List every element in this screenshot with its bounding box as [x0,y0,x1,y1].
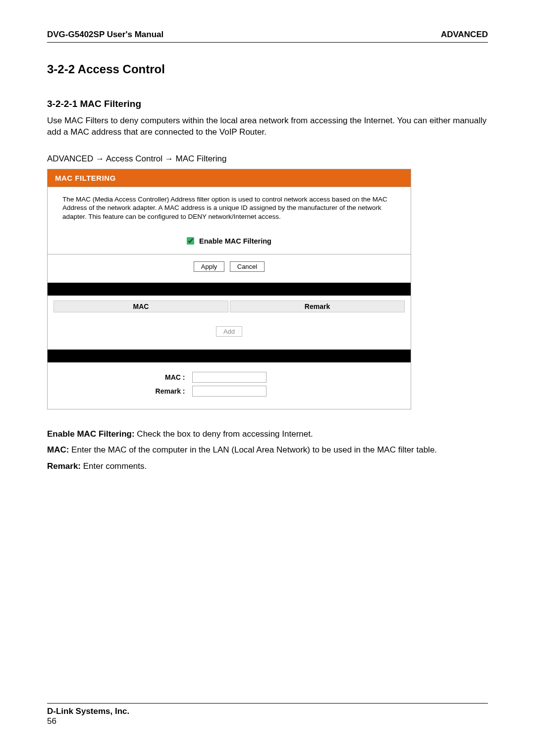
header-divider [47,42,488,43]
enable-mac-filtering-text: Enable MAC Filtering [199,237,271,245]
def-remark-term: Remark: [47,461,81,471]
breadcrumb: ADVANCED → Access Control → MAC Filterin… [47,154,488,164]
add-row: Add [48,317,411,350]
panel-title: MAC FILTERING [48,169,411,187]
footer-page-number: 56 [47,716,488,726]
enable-mac-filtering-label[interactable]: Enable MAC Filtering [187,237,271,245]
add-button[interactable]: Add [216,326,242,337]
column-header-mac: MAC [54,301,228,312]
remark-field-label: Remark : [49,387,192,395]
remark-field[interactable] [192,386,267,397]
page-footer: D-Link Systems, Inc. 56 [47,703,488,726]
mac-field[interactable] [192,372,267,383]
def-remark-text: Enter comments. [81,461,147,471]
intro-paragraph: Use MAC Filters to deny computers within… [47,115,488,138]
panel-blackbar-2 [48,350,411,362]
def-mac-text: Enter the MAC of the computer in the LAN… [69,445,437,454]
def-enable-text: Check the box to deny from accessing Int… [135,429,313,439]
section-heading: 3-2-2 Access Control [47,62,488,76]
footer-divider [47,703,488,704]
subsection-heading: 3-2-2-1 MAC Filtering [47,99,488,109]
mac-form: MAC : Remark : [48,362,411,409]
apply-button[interactable]: Apply [194,261,225,272]
definitions-block: Enable MAC Filtering: Check the box to d… [47,428,488,473]
panel-description: The MAC (Media Access Controller) Addres… [48,187,411,231]
table-header-row: MAC Remark [48,296,411,317]
mac-filtering-panel: MAC FILTERING The MAC (Media Access Cont… [47,169,411,409]
section-header-right: ADVANCED [441,30,488,40]
manual-title-header: DVG-G5402SP User's Manual [47,30,163,40]
panel-blackbar-1 [48,283,411,296]
def-enable-term: Enable MAC Filtering: [47,429,135,439]
footer-company: D-Link Systems, Inc. [47,706,488,716]
cancel-button[interactable]: Cancel [230,261,265,272]
def-mac-term: MAC: [47,445,69,454]
column-header-remark: Remark [230,301,405,312]
mac-field-label: MAC : [49,373,192,381]
enable-mac-filtering-checkbox[interactable] [187,237,194,245]
apply-cancel-row: Apply Cancel [48,254,411,283]
